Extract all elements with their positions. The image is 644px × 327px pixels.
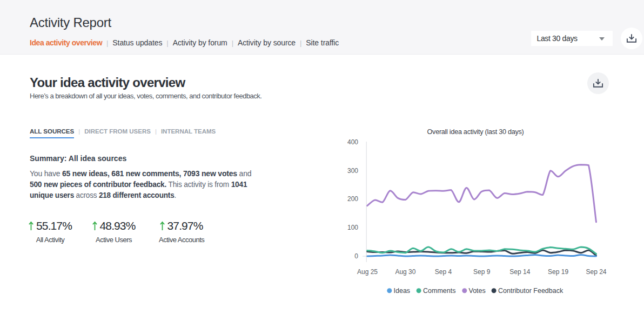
svg-text:Sep 14: Sep 14 <box>509 268 530 276</box>
svg-text:0: 0 <box>354 252 358 260</box>
svg-text:Aug 25: Aug 25 <box>357 268 378 276</box>
svg-text:Sep 24: Sep 24 <box>586 268 606 276</box>
svg-text:Aug 30: Aug 30 <box>395 268 415 276</box>
svg-text:Votes: Votes <box>469 287 486 295</box>
svg-text:Ideas: Ideas <box>394 287 411 295</box>
svg-text:Sep 9: Sep 9 <box>473 268 491 276</box>
svg-text:Comments: Comments <box>423 287 455 295</box>
svg-text:400: 400 <box>347 138 358 146</box>
svg-text:Sep 4: Sep 4 <box>435 268 452 276</box>
svg-text:100: 100 <box>347 224 358 231</box>
svg-text:300: 300 <box>347 167 358 175</box>
svg-text:Contributor Feedback: Contributor Feedback <box>498 287 564 295</box>
svg-text:200: 200 <box>347 195 358 203</box>
svg-text:Sep 19: Sep 19 <box>548 268 568 276</box>
svg-text:Overall idea activity (last 30: Overall idea activity (last 30 days) <box>427 128 524 136</box>
